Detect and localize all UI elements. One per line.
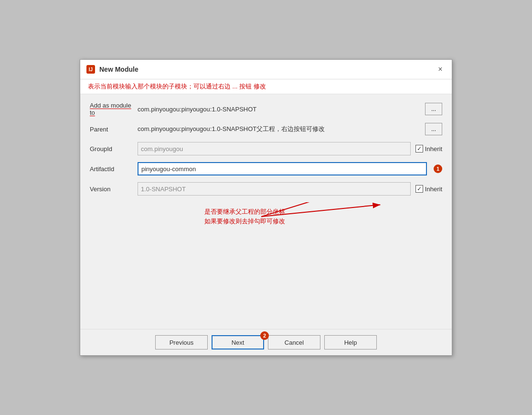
top-annotation: 表示当前模块输入那个模块的子模块；可以通过右边 ... 按钮 修改 [80,79,452,94]
dialog-title: New Module [99,66,431,73]
close-button[interactable]: × [435,64,446,75]
groupid-input[interactable] [138,142,411,155]
svg-text:IJ: IJ [89,67,93,72]
badge-1: 1 [434,164,442,173]
parent-browse-button[interactable]: ... [425,123,442,135]
inherit-annotation-text: 是否要继承父工程的部分坐标如果要修改则去掉勾即可修改 [204,207,285,226]
annotation-area: 是否要继承父工程的部分坐标如果要修改则去掉勾即可修改 [90,202,442,260]
add-module-row: Add as module to com.pinyougou:pinyougou… [90,102,442,116]
badge-2: 2 [260,331,269,340]
new-module-dialog: IJ New Module × 表示当前模块输入那个模块的子模块；可以通过右边 … [80,59,452,356]
groupid-row: GroupId Inherit [90,142,442,155]
version-inherit-label: Inherit [425,186,442,193]
intellij-icon: IJ [86,65,96,74]
previous-button[interactable]: Previous [155,335,208,349]
groupid-label: GroupId [90,145,133,153]
cancel-button[interactable]: Cancel [268,335,320,349]
form-area: Add as module to com.pinyougou:pinyougou… [80,94,452,329]
groupid-inherit-checkbox[interactable] [415,145,423,153]
groupid-inherit-area: Inherit [415,145,442,153]
version-inherit-checkbox[interactable] [415,185,423,193]
version-row: Version Inherit [90,182,442,196]
version-input[interactable] [138,182,411,196]
artifactid-label: ArtifactId [90,165,133,173]
version-label: Version [90,186,133,193]
help-button[interactable]: Help [324,335,377,349]
groupid-inherit-label: Inherit [425,145,442,153]
add-module-browse-button[interactable]: ... [425,103,442,115]
add-module-value: com.pinyougou:pinyougou:1.0-SNAPSHOT [138,106,420,113]
parent-row: Parent com.pinyougou:pinyougou:1.0-SNAPS… [90,123,442,135]
add-module-label: Add as module to [90,102,133,116]
version-inherit-area: Inherit [415,185,442,193]
parent-label: Parent [90,126,133,133]
title-bar: IJ New Module × [80,60,452,79]
parent-value: com.pinyougou:pinyougou:1.0-SNAPSHOT父工程，… [138,125,420,133]
inherit-annotation: 是否要继承父工程的部分坐标如果要修改则去掉勾即可修改 [204,207,285,226]
next-btn-wrap: Next 2 [212,335,264,349]
artifactid-input[interactable] [138,162,427,175]
footer: Previous Next 2 Cancel Help [80,329,452,355]
next-button[interactable]: Next [212,335,264,349]
artifactid-row: ArtifactId 1 [90,162,442,175]
